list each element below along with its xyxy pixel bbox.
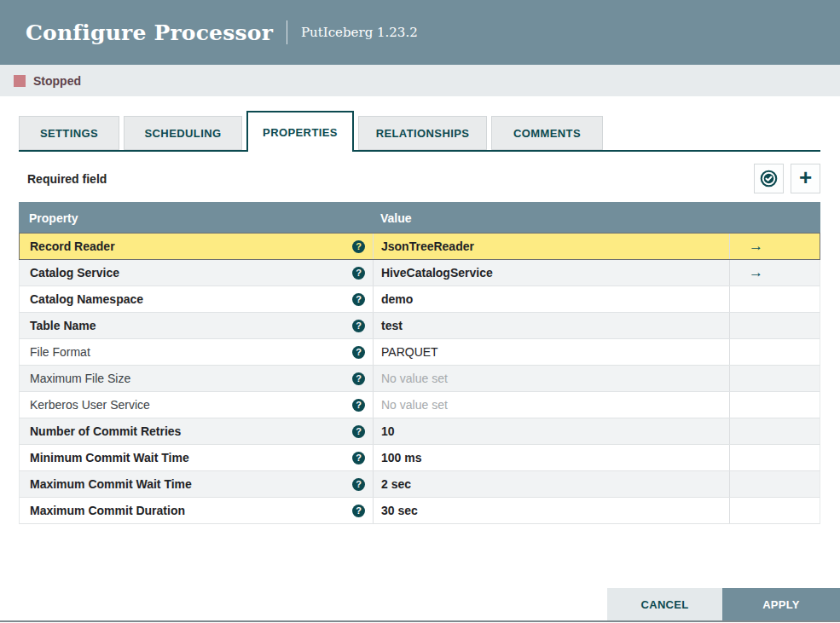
value-cell[interactable]: demo <box>374 286 730 312</box>
property-value: demo <box>381 292 413 306</box>
property-cell: Maximum File Size ? <box>20 366 374 391</box>
goto-cell <box>730 471 820 497</box>
value-cell[interactable]: JsonTreeReader <box>374 234 730 259</box>
goto-service-arrow-icon[interactable]: → <box>749 264 763 281</box>
help-icon[interactable]: ? <box>352 452 365 464</box>
table-row[interactable]: Maximum Commit Duration ? 30 sec <box>19 498 820 524</box>
tab-properties[interactable]: PROPERTIES <box>246 111 354 152</box>
property-value: HiveCatalogService <box>381 266 493 280</box>
value-cell[interactable]: 10 <box>374 418 730 444</box>
property-cell: Catalog Service ? <box>20 260 374 286</box>
table-row[interactable]: Catalog Namespace ? demo <box>19 286 820 313</box>
property-value: test <box>381 319 403 332</box>
value-cell[interactable]: HiveCatalogService <box>374 260 730 286</box>
table-row[interactable]: Minimum Commit Wait Time ? 100 ms <box>19 445 820 471</box>
table-row[interactable]: File Format ? PARQUET <box>19 339 820 366</box>
property-name: Maximum Commit Duration <box>30 504 352 517</box>
properties-table-header: Property Value <box>19 202 820 234</box>
property-cell: Minimum Commit Wait Time ? <box>20 445 374 470</box>
cancel-button[interactable]: CANCEL <box>607 588 722 620</box>
tab-scheduling-label: SCHEDULING <box>145 127 222 140</box>
property-value: PARQUET <box>381 345 438 359</box>
help-icon[interactable]: ? <box>352 478 365 491</box>
value-cell[interactable]: 2 sec <box>374 471 730 497</box>
cancel-button-label: CANCEL <box>641 598 689 611</box>
goto-cell <box>730 445 820 470</box>
apply-button[interactable]: APPLY <box>722 588 840 620</box>
table-row[interactable]: Table Name ? test <box>19 313 820 339</box>
value-cell[interactable]: 100 ms <box>374 445 730 470</box>
property-name: Kerberos User Service <box>30 398 352 412</box>
verify-properties-button[interactable] <box>754 164 784 193</box>
tab-comments[interactable]: COMMENTS <box>491 116 603 150</box>
value-cell[interactable]: No value set <box>374 392 730 418</box>
table-row[interactable]: Number of Commit Retries ? 10 <box>19 418 820 445</box>
configure-processor-dialog: { "colors": { "header_bg": "#728e9b", "a… <box>0 0 840 623</box>
property-value: No value set <box>381 398 448 412</box>
value-cell[interactable]: PARQUET <box>374 339 730 365</box>
property-name: File Format <box>30 345 352 359</box>
help-icon[interactable]: ? <box>352 320 365 332</box>
table-row[interactable]: Record Reader ? JsonTreeReader → <box>19 234 820 260</box>
help-icon[interactable]: ? <box>352 399 365 412</box>
tab-relationships-label: RELATIONSHIPS <box>376 127 470 140</box>
check-circle-icon <box>760 170 778 187</box>
table-row[interactable]: Maximum File Size ? No value set <box>19 366 820 392</box>
required-field-label: Required field <box>27 172 107 186</box>
property-value: No value set <box>381 372 448 385</box>
tab-scheduling[interactable]: SCHEDULING <box>124 116 242 150</box>
processor-name-version: PutIceberg 1.23.2 <box>301 25 418 40</box>
apply-button-label: APPLY <box>762 598 800 611</box>
property-cell: Table Name ? <box>20 313 374 338</box>
goto-cell <box>730 339 820 365</box>
table-row[interactable]: Catalog Service ? HiveCatalogService → <box>19 260 820 286</box>
help-icon[interactable]: ? <box>352 346 365 359</box>
goto-cell: → <box>730 234 820 259</box>
property-cell: Kerberos User Service ? <box>20 392 374 418</box>
property-name: Number of Commit Retries <box>30 424 352 438</box>
goto-cell: → <box>730 260 820 286</box>
help-icon[interactable]: ? <box>352 267 365 280</box>
goto-cell <box>730 392 820 418</box>
help-icon[interactable]: ? <box>352 505 365 517</box>
goto-cell <box>730 366 820 391</box>
tab-properties-label: PROPERTIES <box>263 126 338 139</box>
property-cell: Maximum Commit Duration ? <box>20 498 374 523</box>
run-status-label: Stopped <box>33 74 81 88</box>
value-cell[interactable]: No value set <box>374 366 730 391</box>
tab-relationships[interactable]: RELATIONSHIPS <box>358 116 487 150</box>
dialog-tabbar: SETTINGS SCHEDULING PROPERTIES RELATIONS… <box>19 111 820 152</box>
goto-service-arrow-icon[interactable]: → <box>749 238 763 255</box>
table-row[interactable]: Kerberos User Service ? No value set <box>19 392 820 418</box>
property-cell: File Format ? <box>20 339 374 365</box>
property-value: JsonTreeReader <box>381 239 474 253</box>
value-cell[interactable]: test <box>374 313 730 338</box>
help-icon[interactable]: ? <box>352 425 365 438</box>
property-name: Table Name <box>30 319 352 332</box>
goto-cell <box>730 313 820 338</box>
help-icon[interactable]: ? <box>352 372 365 385</box>
help-icon[interactable]: ? <box>352 240 365 253</box>
column-header-property: Property <box>19 211 373 225</box>
tab-settings[interactable]: SETTINGS <box>19 116 119 150</box>
property-name: Maximum Commit Wait Time <box>30 477 352 491</box>
property-value: 10 <box>381 424 395 438</box>
add-property-button[interactable]: + <box>791 164 820 193</box>
table-row[interactable]: Maximum Commit Wait Time ? 2 sec <box>19 471 820 498</box>
properties-toolbar: Required field + <box>19 163 820 194</box>
plus-icon: + <box>799 166 812 188</box>
value-cell[interactable]: 30 sec <box>374 498 730 523</box>
dialog-header: Configure Processor PutIceberg 1.23.2 <box>0 0 840 65</box>
property-cell: Record Reader ? <box>20 234 374 259</box>
column-header-value: Value <box>373 211 820 225</box>
help-icon[interactable]: ? <box>352 293 365 306</box>
properties-table: Property Value Record Reader ? JsonTreeR… <box>19 202 820 524</box>
dialog-title: Configure Processor <box>26 20 273 45</box>
title-divider <box>287 20 287 44</box>
property-cell: Maximum Commit Wait Time ? <box>20 471 374 497</box>
run-status-bar: Stopped <box>0 65 840 96</box>
property-cell: Number of Commit Retries ? <box>20 418 374 444</box>
property-name: Catalog Namespace <box>30 292 352 306</box>
dialog-bottom-edge <box>0 620 840 622</box>
property-cell: Catalog Namespace ? <box>20 286 374 312</box>
